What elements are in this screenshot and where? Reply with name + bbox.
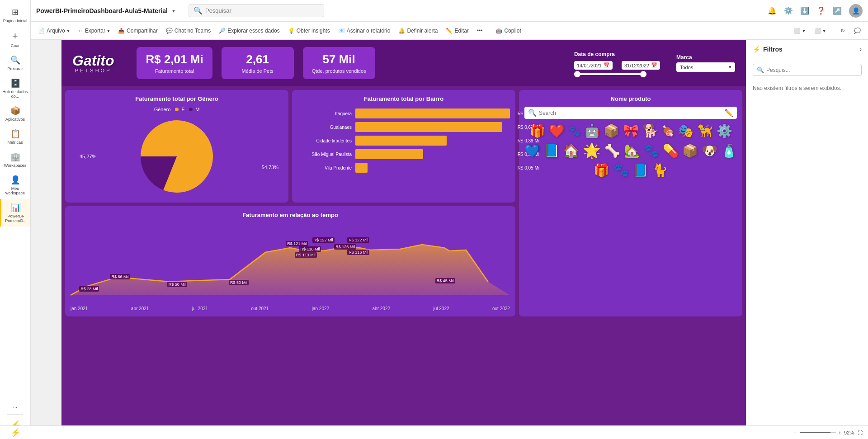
bar-value-4: R$ 0,05 Mi (518, 165, 539, 170)
toolbar-chat-button[interactable]: 💬 Chat no Teams (162, 26, 215, 36)
sidebar-item-more[interactable]: ... (5, 400, 25, 412)
toolbar-copilot-label: Copilot (504, 28, 521, 34)
toolbar-view-button[interactable]: ⬜ ▾ (790, 26, 809, 36)
zoom-slider[interactable] (800, 432, 836, 433)
bar-row-3: São Miguel Paulista R$ 0,29 Mi (297, 149, 510, 159)
toolbar-definir-button[interactable]: 🔔 Definir alerta (395, 26, 441, 36)
filters-expand-icon[interactable]: › (859, 45, 862, 53)
powerbi-logo-icon: ⚡ (10, 428, 20, 438)
product-icon-6[interactable]: 🐕 (642, 123, 658, 138)
filters-search-box[interactable]: 🔍 (753, 64, 862, 76)
sidebar-item-myworkspace[interactable]: 👤 Meu workspace (0, 171, 30, 199)
date-slider[interactable] (574, 73, 660, 75)
date-start-input[interactable]: 14/01/2021 📅 (574, 61, 613, 70)
toolbar-layout-button[interactable]: ⬜ ▾ (811, 26, 829, 36)
toolbar-refresh-button[interactable]: ↻ (837, 26, 849, 36)
bar-row-2: Cidade tiradentes R$ 0,39 Mi (297, 136, 510, 146)
share-icon[interactable]: ↗️ (833, 6, 842, 15)
time-chart-svg (71, 223, 510, 300)
sidebar-item-home[interactable]: ⊞ Página Inicial (0, 4, 30, 27)
topbar-search-box[interactable]: 🔍 (189, 4, 324, 17)
fullscreen-icon[interactable]: ⛶ (858, 430, 863, 435)
product-icon-21[interactable]: 🧴 (721, 143, 737, 158)
product-icon-13[interactable]: 🏠 (563, 143, 579, 158)
product-icon-17[interactable]: 🐾 (643, 143, 659, 158)
settings-icon[interactable]: ⚙️ (784, 6, 793, 15)
sidebar: ⊞ Página Inicial + Criar 🔍 Procurar 🗄️ H… (0, 0, 31, 439)
product-icon-22[interactable]: 🎁 (594, 163, 609, 178)
product-icon-5[interactable]: 🎀 (623, 123, 639, 138)
product-icon-4[interactable]: 📦 (604, 123, 619, 138)
toolbar-compartilhar-button[interactable]: 📤 Compartilhar (114, 26, 161, 36)
toolbar-copilot-button[interactable]: 🤖 Copilot (492, 26, 524, 36)
product-icon-11[interactable]: 💙 (524, 143, 540, 158)
product-icon-18[interactable]: 💊 (663, 143, 679, 158)
product-icon-16[interactable]: 🏡 (624, 143, 640, 158)
product-icon-7[interactable]: 🍖 (662, 125, 674, 137)
date-filter-label: Data de compra (574, 51, 660, 57)
toolbar-assinar-button[interactable]: 📧 Assinar o relatório (335, 26, 394, 36)
help-icon[interactable]: ❓ (816, 6, 826, 15)
product-icon-9[interactable]: 🦮 (697, 123, 713, 138)
product-icon-19[interactable]: 📦 (682, 143, 698, 158)
sidebar-item-browse[interactable]: 🔍 Procurar (0, 52, 30, 75)
workspaces-icon: 🏢 (10, 152, 20, 162)
topbar: PowerBI-PrimeiroDashboard-Aula5-Material… (31, 0, 868, 22)
toolbar-exportar-button[interactable]: ↔️ Exportar ▾ (74, 26, 113, 36)
legend-m-dot (189, 108, 193, 111)
product-icon-20[interactable]: 🐶 (702, 143, 717, 158)
product-section-title: Nome produto (524, 95, 737, 102)
bar-track-1: R$ 0,63 Mi (355, 122, 510, 132)
sidebar-item-apps[interactable]: 📦 Aplicativos (0, 102, 30, 125)
slider-thumb-left[interactable] (574, 71, 580, 77)
product-icon-23[interactable]: 🐾 (613, 163, 629, 178)
toolbar-insights-button[interactable]: 💡 Obter insights (284, 26, 334, 36)
product-icon-8[interactable]: 🎭 (678, 123, 693, 138)
filters-search-input[interactable] (766, 67, 858, 73)
sidebar-item-metrics[interactable]: 📋 Métricas (0, 125, 30, 148)
avatar[interactable]: 👤 (849, 4, 863, 18)
product-icon-14[interactable]: 🌟 (583, 142, 601, 159)
time-axis-6: jul 2022 (434, 306, 449, 311)
sidebar-item-create[interactable]: + Criar (0, 27, 30, 52)
slider-thumb-right[interactable] (640, 71, 646, 77)
product-icon-0[interactable]: 🎁 (529, 123, 545, 138)
toolbar-explorar-button[interactable]: 🔎 Explorar esses dados (215, 26, 283, 36)
filters-title: ⚡ Filtros (753, 46, 783, 53)
toolbar-arquivo-button[interactable]: 📄 Arquivo ▾ (34, 26, 73, 36)
toolbar-more-button[interactable]: ••• (473, 26, 486, 36)
date-end-input[interactable]: 31/12/2022 📅 (622, 61, 660, 70)
zoom-plus-button[interactable]: + (839, 430, 841, 435)
report-icon: 📊 (11, 203, 21, 212)
comment-icon: 💭 (854, 28, 861, 34)
marca-select[interactable]: Todos ▾ (676, 62, 735, 72)
pie-chart-title: Faturamento total por Gênero (71, 95, 283, 102)
legend-f-dot (175, 108, 179, 111)
metrics-icon: 📋 (10, 129, 20, 139)
myworkspace-icon: 👤 (10, 175, 20, 185)
zoom-minus-button[interactable]: − (794, 430, 797, 435)
product-search-box[interactable]: 🔍 ✏️ (524, 107, 737, 119)
product-icon-2[interactable]: 🐾 (568, 125, 580, 137)
topbar-search-input[interactable] (205, 7, 319, 14)
download-icon[interactable]: ⬇️ (800, 6, 809, 15)
product-icon-12[interactable]: 📘 (544, 143, 560, 158)
toolbar-comment-button[interactable]: 💭 (850, 26, 864, 36)
product-search-input[interactable] (539, 110, 722, 116)
topbar-chevron-icon[interactable]: ▾ (172, 8, 175, 14)
filters-title-text: Filtros (763, 46, 783, 53)
notifications-icon[interactable]: 🔔 (768, 6, 777, 15)
product-edit-icon[interactable]: ✏️ (724, 109, 733, 117)
bar-label-0: Itaquera (297, 111, 352, 116)
product-icon-1[interactable]: ❤️ (549, 123, 565, 138)
sidebar-item-workspaces[interactable]: 🏢 Workspaces (0, 148, 30, 171)
product-icon-25[interactable]: 🐈 (652, 163, 668, 178)
product-icon-15[interactable]: 🦴 (604, 143, 620, 158)
product-icon-24[interactable]: 📘 (632, 163, 648, 178)
product-icon-3[interactable]: 🤖 (584, 123, 600, 138)
sidebar-item-hub[interactable]: 🗄️ Hub de dados do... (0, 75, 30, 102)
product-icon-10[interactable]: ⚙️ (717, 123, 732, 138)
toolbar-editar-button[interactable]: ✏️ Editar (442, 26, 472, 36)
sidebar-item-report[interactable]: 📊 PowerBI-PrimeiroD... (0, 199, 30, 227)
home-icon: ⊞ (12, 7, 19, 17)
